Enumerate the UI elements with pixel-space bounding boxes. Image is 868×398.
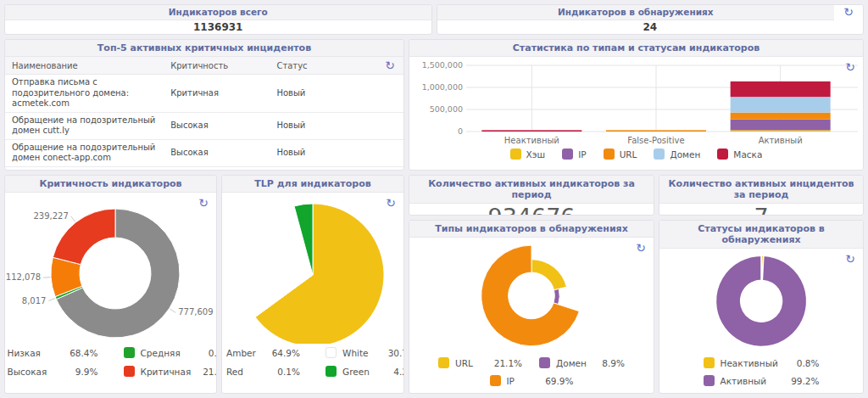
header-icon-slot: ↻ — [834, 5, 863, 20]
legend-percent: 0.7% — [201, 348, 218, 358]
legend-swatch — [490, 375, 501, 386]
column-active-indicators: Количество активных индикаторов за перио… — [409, 175, 654, 394]
legend-swatch — [717, 149, 728, 160]
legend-item-Маска[interactable]: Маска — [717, 149, 762, 160]
table-row[interactable]: Отправка письма с подозрительного домена… — [5, 75, 403, 113]
legend-item-White[interactable]: White30.7% — [326, 347, 404, 358]
cell-severity: Критичная — [164, 75, 270, 113]
legend-item-Активный[interactable]: Активный99.2% — [704, 375, 820, 386]
legend-label: Домен — [670, 149, 700, 160]
legend-item-IP[interactable]: IP69.9% — [490, 375, 574, 386]
column-header-status[interactable]: Статус — [270, 57, 362, 75]
column-header-severity[interactable]: Критичность — [164, 57, 270, 75]
legend-label: Неактивный — [721, 358, 782, 368]
cell-status: Новый — [270, 139, 362, 166]
column-active-incidents: Количество активных инцидентов за период… — [659, 175, 864, 394]
incidents-table-header-row: Наименование Критичность Статус ↻ — [5, 57, 403, 75]
criticality-chart-area: ↻ 777,6098,017112,078239,227 Низкая68.4%… — [5, 193, 216, 393]
legend-label: Активный — [721, 376, 782, 386]
refresh-icon[interactable]: ↻ — [386, 197, 396, 209]
cell-severity: Высокая — [164, 166, 270, 171]
legend-item-URL[interactable]: URL21.1% — [438, 357, 522, 368]
indicators-total-title: Индикаторов всего — [5, 5, 431, 20]
legend-item-Хэш[interactable]: Хэш — [510, 149, 546, 160]
legend-item-Red[interactable]: Red0.1% — [221, 366, 300, 377]
bar-segment-IP[interactable] — [730, 120, 830, 131]
indicators-in-detections-value: 24 — [437, 20, 864, 34]
legend-percent: 0.8% — [787, 358, 820, 368]
active-incidents-title: Количество активных инцидентов за период — [659, 176, 863, 204]
detection-types-legend: URL21.1%Домен8.9%IP69.9% — [409, 354, 654, 393]
legend-swatch — [562, 149, 573, 160]
legend-label: Хэш — [526, 149, 546, 160]
card-header: Количество активных инцидентов за период — [659, 176, 863, 204]
cell-status: Новый — [270, 75, 362, 113]
legend-item-Низкая[interactable]: Низкая68.4% — [4, 347, 98, 358]
svg-text:False-Positive: False-Positive — [627, 136, 684, 145]
legend-item-Неактивный[interactable]: Неактивный0.8% — [704, 357, 820, 368]
refresh-icon[interactable]: ↻ — [845, 61, 855, 73]
legend-percent: 21.0% — [201, 367, 218, 377]
table-row[interactable]: Обращение с подозрительного IP 192.168.4… — [5, 166, 403, 171]
pie-slice-URL[interactable] — [531, 260, 566, 290]
card-indicators-in-detections: Индикаторов в обнаружениях ↻ 24 — [437, 4, 865, 35]
refresh-icon[interactable]: ↻ — [385, 59, 395, 72]
legend-item-Домен[interactable]: Домен8.9% — [539, 357, 625, 368]
card-header: Критичность индикаторов — [5, 176, 216, 193]
legend-label: IP — [578, 149, 586, 160]
legend-percent: 99.2% — [787, 376, 820, 386]
legend-item-Green[interactable]: Green4.2% — [326, 366, 404, 377]
tlp-chart-area: ↻ Amber64.9%White30.7%Red0.1%Green4.2% — [222, 193, 403, 393]
slice-value-label: 112,078 — [6, 272, 41, 282]
legend-label: IP — [507, 376, 536, 386]
legend-swatch — [604, 149, 615, 160]
legend-item-IP[interactable]: IP — [562, 149, 586, 160]
legend-percent: 9.9% — [68, 367, 98, 377]
bar-segment-URL[interactable] — [606, 131, 706, 132]
detection-types-chart-area: ↻ URL21.1%Домен8.9%IP69.9% — [409, 238, 654, 393]
legend-label: Средняя — [141, 348, 195, 358]
legend-item-Домен[interactable]: Домен — [654, 149, 700, 160]
card-active-incidents-count: Количество активных инцидентов за период… — [659, 175, 864, 216]
refresh-icon[interactable]: ↻ — [636, 242, 646, 254]
slice-value-label: 777,609 — [178, 308, 213, 317]
table-row[interactable]: Обращение на подозрительный домен cutt.l… — [5, 112, 403, 139]
bar-segment-Маска[interactable] — [730, 81, 830, 97]
legend-percent: 8.9% — [593, 358, 625, 368]
column-header-name[interactable]: Наименование — [5, 57, 164, 75]
legend-item-Amber[interactable]: Amber64.9% — [221, 347, 300, 358]
statuses-donut-svg — [660, 249, 863, 354]
bar-segment-URL[interactable] — [730, 113, 830, 120]
card-header: Количество активных индикаторов за перио… — [409, 176, 654, 204]
card-header: Индикаторов в обнаружениях ↻ — [437, 5, 864, 20]
legend-swatch — [326, 347, 337, 358]
table-row[interactable]: Обращение на подозрительный домен conect… — [5, 139, 403, 166]
card-criticality: Критичность индикаторов ↻ 777,6098,01711… — [4, 175, 217, 394]
cell-empty — [362, 139, 403, 166]
svg-text:500,000: 500,000 — [429, 104, 462, 114]
type-status-chart-title: Статистика по типам и статусам индикатор… — [409, 40, 863, 57]
pie-slice-Активный[interactable] — [715, 256, 806, 347]
refresh-icon[interactable]: ↻ — [845, 253, 855, 265]
cell-status: Новый — [270, 112, 362, 139]
bar-segment-Маска[interactable] — [481, 131, 581, 132]
pie-slice-Домен[interactable] — [554, 289, 559, 305]
cell-empty — [362, 166, 403, 171]
svg-text:1,000,000: 1,000,000 — [421, 82, 462, 92]
refresh-icon[interactable]: ↻ — [843, 6, 854, 18]
bar-segment-Хэш[interactable] — [730, 131, 830, 132]
bar-segment-Домен[interactable] — [730, 97, 830, 112]
legend-label: Маска — [733, 149, 762, 160]
criticality-donut-svg: 777,6098,017112,078239,227 — [5, 193, 216, 344]
legend-item-Критичная[interactable]: Критичная21.0% — [124, 366, 218, 377]
refresh-icon[interactable]: ↻ — [198, 197, 209, 209]
cell-status: Новый — [270, 166, 362, 171]
legend-item-Высокая[interactable]: Высокая9.9% — [4, 366, 98, 377]
legend-label: White — [342, 348, 380, 358]
card-header: Статистика по типам и статусам индикатор… — [409, 40, 863, 57]
legend-item-URL[interactable]: URL — [604, 149, 637, 160]
svg-text:1,500,000: 1,500,000 — [421, 60, 462, 70]
legend-item-Средняя[interactable]: Средняя0.7% — [124, 347, 218, 358]
pie-slice-IP[interactable] — [481, 245, 580, 346]
card-type-status-chart: Статистика по типам и статусам индикатор… — [409, 39, 864, 171]
